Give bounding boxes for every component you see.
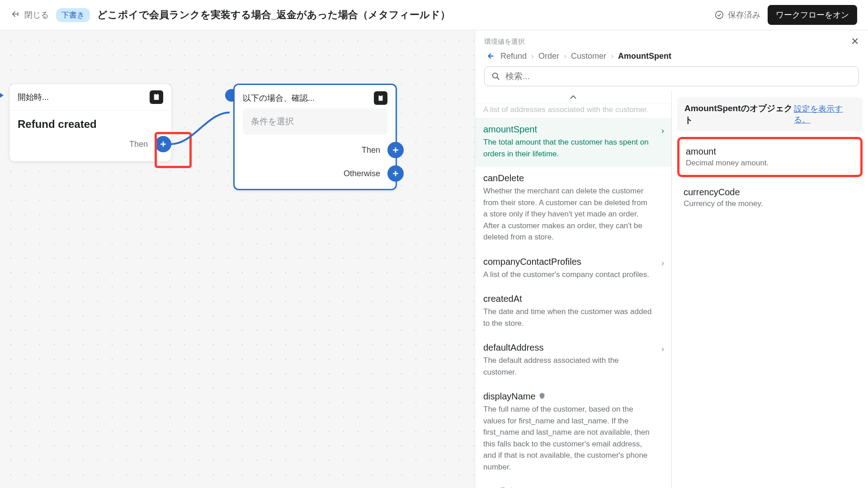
breadcrumb-item-0[interactable]: Refund: [500, 52, 527, 61]
header-right: 保存済み ワークフローをオン: [714, 5, 857, 25]
svg-point-0: [716, 11, 723, 19]
condition-node[interactable]: 以下の場合、確認... 条件を選択 Then Otherwise: [233, 84, 397, 190]
detail-field-desc: Decimal money amount.: [686, 159, 854, 168]
variable-name: canDelete: [483, 173, 663, 183]
variable-item-createdAt[interactable]: createdAtThe date and time when the cust…: [475, 287, 671, 336]
condition-node-header: 以下の場合、確認...: [235, 85, 396, 108]
start-play-icon: [0, 90, 4, 101]
variable-item-email[interactable]: email The customer's email address.: [475, 480, 671, 488]
refund-icon: [150, 90, 163, 104]
check-circle-icon: [714, 10, 724, 20]
breadcrumb-current: AmountSpent: [618, 52, 671, 61]
variable-desc: The default address associated with the …: [483, 355, 663, 378]
condition-otherwise-label: Otherwise: [344, 169, 380, 178]
variable-desc: Whether the merchant can delete the cust…: [483, 185, 663, 243]
condition-placeholder[interactable]: 条件を選択: [243, 108, 387, 135]
chevron-right-icon: ›: [661, 344, 664, 354]
chevron-right-icon: ›: [661, 258, 664, 268]
variable-name: defaultAddress: [483, 343, 663, 353]
svg-rect-1: [379, 95, 383, 101]
detail-field-currencyCode[interactable]: currencyCodeCurrency of the money.: [677, 180, 863, 216]
breadcrumb-item-2[interactable]: Customer: [571, 52, 606, 61]
variable-item-defaultAddress[interactable]: defaultAddressThe default address associ…: [475, 336, 671, 385]
trigger-node-header: 開始時...: [9, 84, 171, 111]
detail-field-name: amount: [686, 146, 854, 157]
shield-icon: [508, 486, 515, 488]
variable-desc: The full name of the customer, based on …: [483, 404, 663, 473]
chevron-right-icon: ›: [611, 52, 613, 61]
clipboard-icon: [374, 91, 387, 105]
breadcrumb: Refund › Order › Customer › AmountSpent: [484, 50, 859, 62]
saved-label: 保存済み: [728, 9, 760, 20]
show-settings-link[interactable]: 設定を表示する。: [794, 103, 855, 125]
chevron-right-icon: ›: [531, 52, 534, 61]
turn-on-workflow-button[interactable]: ワークフローをオン: [768, 5, 857, 25]
header-left: 閉じる 下書き どこポイで会員ランクを実装する場合_返金があった場合（メタフィー…: [11, 8, 714, 22]
chevron-right-icon: ›: [564, 52, 566, 61]
trigger-then-label: Then: [129, 140, 148, 149]
variable-picker-panel: 環境値を選択 ✕ Refund › Order › Customer › Amo…: [475, 30, 868, 488]
variable-desc: The total amount that the customer has s…: [483, 136, 663, 160]
condition-node-title: 以下の場合、確認...: [243, 93, 315, 103]
variable-item-canDelete[interactable]: canDeleteWhether the merchant can delete…: [475, 167, 671, 250]
detail-header: AmountSpentのオブジェクト 設定を表示する。: [677, 97, 863, 131]
breadcrumb-back-button[interactable]: [484, 50, 496, 62]
close-label: 閉じる: [24, 9, 49, 20]
draft-badge: 下書き: [56, 8, 90, 22]
svg-rect-2: [380, 95, 382, 96]
top-header: 閉じる 下書き どこポイで会員ランクを実装する場合_返金があった場合（メタフィー…: [0, 0, 868, 30]
panel-subtitle: 環境値を選択: [484, 38, 525, 46]
condition-then-label: Then: [362, 145, 380, 155]
variable-desc: A list of the customer's company contact…: [483, 269, 663, 281]
variable-item-amountSpent[interactable]: amountSpentThe total amount that the cus…: [475, 118, 671, 167]
variable-list[interactable]: A list of addresses associated with the …: [475, 91, 672, 488]
variable-item-companyContactProfiles[interactable]: companyContactProfilesA list of the cust…: [475, 250, 671, 288]
saved-status: 保存済み: [714, 9, 760, 20]
scroll-up-indicator[interactable]: [475, 91, 671, 103]
detail-field-amount[interactable]: amountDecimal money amount.: [677, 137, 863, 177]
search-icon: [491, 71, 501, 81]
search-input[interactable]: [505, 71, 852, 81]
detail-field-desc: Currency of the money.: [684, 199, 856, 208]
add-otherwise-step-button[interactable]: [387, 165, 404, 182]
variable-item-displayName[interactable]: displayName The full name of the custome…: [475, 385, 671, 480]
variable-name: amountSpent: [483, 124, 663, 135]
variable-name: createdAt: [483, 294, 663, 304]
trigger-event-name: Refund created: [18, 118, 163, 131]
close-button[interactable]: 閉じる: [11, 9, 49, 20]
chevron-right-icon: ›: [661, 126, 664, 136]
main: 開始時... Refund created Then: [0, 30, 868, 488]
breadcrumb-item-1[interactable]: Order: [538, 52, 559, 61]
variable-name: email: [483, 486, 663, 488]
workflow-title: どこポイで会員ランクを実装する場合_返金があった場合（メタフィールド）: [97, 8, 450, 22]
back-arrow-icon: [11, 10, 21, 20]
shield-icon: [538, 391, 546, 402]
panel-close-button[interactable]: ✕: [851, 36, 859, 47]
previous-item-desc: A list of addresses associated with the …: [475, 103, 671, 118]
add-then-step-button[interactable]: [387, 142, 404, 158]
variable-desc: The date and time when the customer was …: [483, 306, 663, 329]
trigger-node[interactable]: 開始時... Refund created Then: [9, 84, 172, 162]
search-field[interactable]: [484, 66, 859, 86]
detail-title: AmountSpentのオブジェクト: [684, 103, 794, 126]
trigger-node-title: 開始時...: [18, 92, 49, 103]
variable-name: companyContactProfiles: [483, 257, 663, 267]
variable-name: displayName: [483, 391, 663, 402]
svg-point-3: [493, 73, 498, 78]
detail-field-name: currencyCode: [684, 187, 856, 197]
workflow-canvas[interactable]: 開始時... Refund created Then: [0, 30, 475, 488]
variable-detail: AmountSpentのオブジェクト 設定を表示する。 amountDecima…: [672, 91, 868, 488]
connector-line: [171, 108, 234, 149]
add-step-button[interactable]: [155, 136, 171, 152]
